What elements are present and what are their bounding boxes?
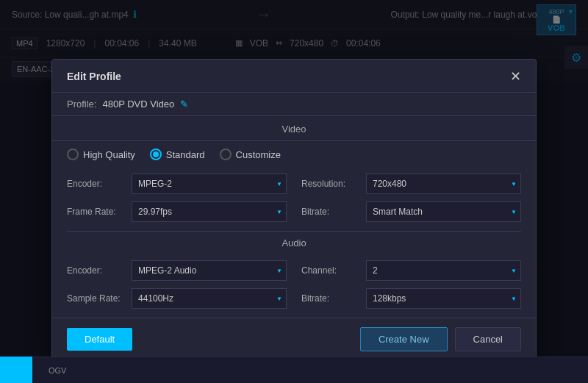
modal-title: Edit Profile: [67, 71, 121, 82]
quality-high-option[interactable]: High Quality: [67, 148, 135, 160]
video-framerate-row: Frame Rate: 29.97fps: [67, 201, 287, 222]
video-bitrate-select-wrapper[interactable]: Smart Match: [366, 201, 521, 222]
edit-profile-modal: Edit Profile ✕ Profile: 480P DVD Video ✎…: [51, 59, 537, 361]
audio-samplerate-row: Sample Rate: 44100Hz: [67, 288, 287, 309]
quality-radio-group: High Quality Standard Customize: [52, 141, 536, 165]
video-framerate-select[interactable]: 29.97fps: [132, 201, 287, 222]
video-encoder-label: Encoder:: [67, 179, 126, 189]
video-framerate-select-wrapper[interactable]: 29.97fps: [132, 201, 287, 222]
video-form-grid: Encoder: MPEG-2 Resolution: 720x480 Fr: [52, 165, 536, 231]
video-bitrate-select[interactable]: Smart Match: [366, 201, 521, 222]
profile-edit-icon[interactable]: ✎: [180, 99, 188, 110]
profile-row: Profile: 480P DVD Video ✎: [52, 93, 536, 116]
audio-channel-select-wrapper[interactable]: 2: [366, 260, 521, 281]
video-encoder-select[interactable]: MPEG-2: [132, 173, 287, 194]
audio-channel-select[interactable]: 2: [366, 260, 521, 281]
audio-encoder-select-wrapper[interactable]: MPEG-2 Audio: [132, 260, 287, 281]
bottom-bar: OGV: [0, 357, 588, 383]
audio-encoder-row: Encoder: MPEG-2 Audio: [67, 260, 287, 281]
audio-bitrate-select-wrapper[interactable]: 128kbps: [366, 288, 521, 309]
quality-high-label: High Quality: [83, 149, 135, 160]
audio-encoder-select[interactable]: MPEG-2 Audio: [132, 260, 287, 281]
default-button[interactable]: Default: [67, 328, 132, 351]
cancel-button[interactable]: Cancel: [455, 327, 521, 351]
audio-samplerate-label: Sample Rate:: [67, 293, 126, 304]
profile-label: Profile:: [67, 99, 96, 110]
modal-close-button[interactable]: ✕: [510, 68, 521, 85]
video-bitrate-label: Bitrate:: [301, 207, 360, 217]
video-encoder-select-wrapper[interactable]: MPEG-2: [132, 173, 287, 194]
modal-overlay: Edit Profile ✕ Profile: 480P DVD Video ✎…: [0, 0, 588, 383]
quality-standard-radio[interactable]: [150, 148, 162, 160]
video-encoder-row: Encoder: MPEG-2: [67, 173, 287, 194]
video-bitrate-row: Bitrate: Smart Match: [301, 201, 521, 222]
quality-customize-radio[interactable]: [220, 148, 232, 160]
cyan-accent-block: [0, 357, 32, 383]
audio-channel-label: Channel:: [301, 265, 360, 276]
audio-samplerate-select-wrapper[interactable]: 44100Hz: [132, 288, 287, 309]
quality-standard-option[interactable]: Standard: [150, 148, 205, 160]
create-new-button[interactable]: Create New: [360, 327, 448, 351]
video-resolution-select[interactable]: 720x480: [366, 173, 521, 194]
video-resolution-select-wrapper[interactable]: 720x480: [366, 173, 521, 194]
quality-customize-option[interactable]: Customize: [220, 148, 281, 160]
audio-bitrate-label: Bitrate:: [301, 293, 360, 304]
audio-bitrate-select[interactable]: 128kbps: [366, 288, 521, 309]
video-framerate-label: Frame Rate:: [67, 207, 126, 217]
audio-encoder-label: Encoder:: [67, 265, 126, 276]
video-resolution-label: Resolution:: [301, 179, 360, 189]
audio-form-grid: Encoder: MPEG-2 Audio Channel: 2 Sampl: [52, 251, 536, 318]
quality-standard-label: Standard: [166, 149, 205, 160]
video-resolution-row: Resolution: 720x480: [301, 173, 521, 194]
video-section-header: Video: [52, 116, 536, 141]
profile-value: 480P DVD Video: [102, 99, 174, 110]
quality-high-radio[interactable]: [67, 148, 79, 160]
audio-channel-row: Channel: 2: [301, 260, 521, 281]
audio-section-header: Audio: [52, 232, 536, 251]
modal-header: Edit Profile ✕: [52, 60, 536, 93]
audio-samplerate-select[interactable]: 44100Hz: [132, 288, 287, 309]
quality-customize-label: Customize: [236, 149, 281, 160]
audio-bitrate-row: Bitrate: 128kbps: [301, 288, 521, 309]
modal-footer: Default Create New Cancel: [52, 318, 536, 360]
bottom-format-label: OGV: [49, 366, 66, 375]
